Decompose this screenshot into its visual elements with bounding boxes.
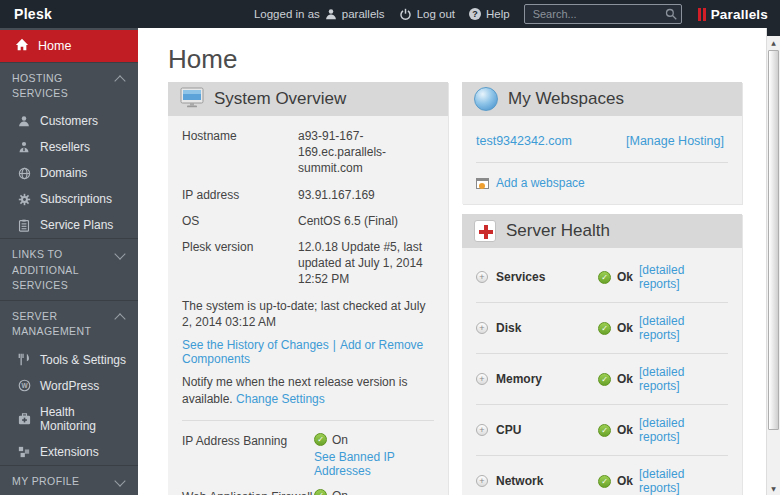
monitor-icon <box>180 87 204 112</box>
sidebar-item-customers[interactable]: Customers <box>0 108 138 134</box>
os-row: OS CentOS 6.5 (Final) <box>182 213 434 229</box>
hostname-row: Hostname a93-91-167-169.ec.parallels-sum… <box>182 128 434 177</box>
expand-icon[interactable]: + <box>476 271 488 283</box>
my-webspaces-panel: My Webspaces test9342342.com [Manage Hos… <box>462 82 742 204</box>
manage-hosting-link[interactable]: [Manage Hosting] <box>626 134 724 148</box>
detailed-reports-link[interactable]: [detailed reports] <box>639 467 728 495</box>
webspace-row: test9342342.com [Manage Hosting] <box>476 128 728 163</box>
tools-icon <box>17 353 31 366</box>
chevron-down-icon <box>114 249 125 260</box>
section-hosting-services[interactable]: HOSTING SERVICES <box>0 62 138 108</box>
divider <box>182 420 434 421</box>
clipboard-icon <box>17 219 31 232</box>
sidebar-nav: Home HOSTING SERVICES Customers Reseller… <box>0 28 138 495</box>
first-aid-icon <box>17 413 31 425</box>
sidebar-item-wordpress[interactable]: W WordPress <box>0 373 138 399</box>
add-webspace-link[interactable]: Add a webspace <box>496 176 585 190</box>
detailed-reports-link[interactable]: [detailed reports] <box>639 416 728 444</box>
history-of-changes-link[interactable]: See the History of Changes <box>182 338 329 352</box>
help-icon: ? <box>469 8 481 20</box>
scroll-up-button[interactable]: ▲ <box>767 36 780 49</box>
banned-ip-link[interactable]: See Banned IP Addresses <box>314 450 395 478</box>
health-row-services: + Services ✓ Ok [detailed reports] <box>476 252 728 303</box>
update-status-text: The system is up-to-date; last checked a… <box>182 298 434 332</box>
vertical-scrollbar[interactable]: ▲ ▼ <box>766 28 780 495</box>
help-label: Help <box>486 8 510 20</box>
logout-button[interactable]: Log out <box>399 8 455 21</box>
page-title: Home <box>168 44 766 75</box>
ok-icon: ✓ <box>598 424 611 437</box>
scrollbar-cap <box>767 28 780 36</box>
sidebar-item-extensions[interactable]: Extensions <box>0 439 138 465</box>
parallels-logo: Parallels <box>698 7 768 22</box>
svg-text:W: W <box>21 382 28 389</box>
logout-label: Log out <box>417 8 455 20</box>
section-server-management[interactable]: SERVER MANAGEMENT <box>0 300 138 346</box>
section-additional-services[interactable]: LINKS TO ADDITIONAL SERVICES <box>0 238 138 300</box>
red-cross-icon <box>474 220 496 242</box>
search-box <box>524 4 682 24</box>
sidebar-item-subscriptions[interactable]: Subscriptions <box>0 186 138 212</box>
ip-address-row: IP address 93.91.167.169 <box>182 187 434 203</box>
wordpress-icon: W <box>17 379 31 392</box>
main-content: Home System Overview Hostname a93-91-167… <box>138 28 766 495</box>
panel-title: My Webspaces <box>508 89 624 109</box>
blocks-icon <box>17 446 31 458</box>
ip-banning-row: IP Address Banning ✓ On See Banned IP Ad… <box>182 433 434 478</box>
health-row-cpu: + CPU ✓ Ok [detailed reports] <box>476 405 728 456</box>
change-settings-link[interactable]: Change Settings <box>236 392 325 406</box>
health-row-memory: + Memory ✓ Ok [detailed reports] <box>476 354 728 405</box>
customers-icon <box>17 115 31 127</box>
system-overview-panel: System Overview Hostname a93-91-167-169.… <box>168 82 448 495</box>
expand-icon[interactable]: + <box>476 424 488 436</box>
search-icon[interactable] <box>665 8 677 22</box>
logged-in-label: Logged in as <box>254 8 320 20</box>
sidebar-item-home[interactable]: Home <box>0 30 138 62</box>
chevron-up-icon <box>114 75 125 86</box>
logged-in-user[interactable]: Logged in as parallels <box>254 8 385 20</box>
expand-icon[interactable]: + <box>476 322 488 334</box>
detailed-reports-link[interactable]: [detailed reports] <box>639 365 728 393</box>
sidebar-item-service-plans[interactable]: Service Plans <box>0 212 138 238</box>
server-health-header: Server Health <box>462 214 742 248</box>
top-bar: Plesk Logged in as parallels Log out ? H… <box>0 0 780 28</box>
ok-icon: ✓ <box>598 373 611 386</box>
username: parallels <box>342 8 385 20</box>
sidebar-item-tools-settings[interactable]: Tools & Settings <box>0 347 138 373</box>
add-webspace-icon <box>476 178 489 189</box>
system-overview-header: System Overview <box>168 82 448 116</box>
search-input[interactable] <box>524 4 682 24</box>
server-health-panel: Server Health + Services ✓ Ok [detailed <box>462 214 742 495</box>
ok-icon: ✓ <box>598 322 611 335</box>
status-on-text: On <box>332 489 348 495</box>
detailed-reports-link[interactable]: [detailed reports] <box>639 263 728 291</box>
sidebar-item-resellers[interactable]: Resellers <box>0 134 138 160</box>
scroll-down-button[interactable]: ▼ <box>767 482 780 495</box>
chevron-down-icon <box>114 475 125 486</box>
chevron-up-icon <box>114 313 125 324</box>
scrollbar-thumb[interactable] <box>768 50 779 430</box>
plesk-logo: Plesk <box>14 6 52 22</box>
health-row-disk: + Disk ✓ Ok [detailed reports] <box>476 303 728 354</box>
plesk-version-row: Plesk version 12.0.18 Update #5, last up… <box>182 239 434 288</box>
gear-icon <box>17 193 31 206</box>
sidebar-item-domains[interactable]: Domains <box>0 160 138 186</box>
home-icon <box>15 38 29 54</box>
status-on-icon: ✓ <box>314 489 327 495</box>
status-on-icon: ✓ <box>314 433 327 446</box>
panel-title: Server Health <box>506 221 610 241</box>
sidebar-item-health-monitoring[interactable]: Health Monitoring <box>0 399 138 439</box>
my-webspaces-header: My Webspaces <box>462 82 742 116</box>
section-my-profile[interactable]: MY PROFILE <box>0 465 138 495</box>
status-on-text: On <box>332 433 348 447</box>
expand-icon[interactable]: + <box>476 475 488 487</box>
expand-icon[interactable]: + <box>476 373 488 385</box>
detailed-reports-link[interactable]: [detailed reports] <box>639 314 728 342</box>
resellers-icon <box>17 141 31 153</box>
webspace-domain-link[interactable]: test9342342.com <box>476 134 626 148</box>
plesk-app: Plesk Logged in as parallels Log out ? H… <box>0 0 780 495</box>
help-button[interactable]: ? Help <box>469 8 510 20</box>
user-icon <box>325 8 337 20</box>
add-webspace-row[interactable]: Add a webspace <box>476 163 728 192</box>
parallels-bars-icon <box>698 8 706 21</box>
